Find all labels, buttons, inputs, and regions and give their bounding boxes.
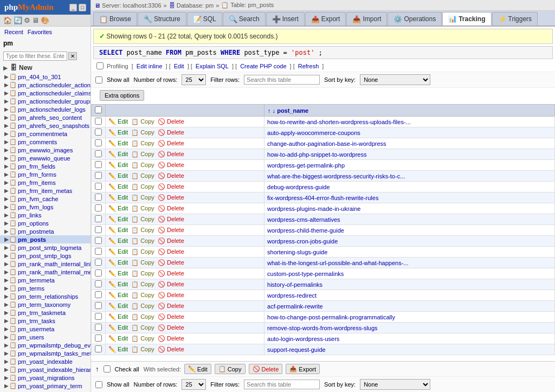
bottom-copy-btn[interactable]: 📋 Copy bbox=[215, 364, 246, 374]
sidebar-table-item[interactable]: ▶ 📋 pm_ahrefs_seo_content bbox=[0, 113, 91, 121]
bottom-filter-rows-input[interactable] bbox=[244, 380, 320, 389]
sidebar-table-item[interactable]: ▶ 📋 pm_yoast_indexable bbox=[0, 357, 91, 365]
minimize-btn[interactable]: _ bbox=[69, 4, 77, 11]
profiling-checkbox[interactable] bbox=[96, 62, 104, 69]
sidebar-table-item[interactable]: ▶ 📋 pm_post_smtp_logmeta bbox=[0, 243, 91, 252]
settings-icon[interactable]: ⚙ bbox=[24, 16, 30, 24]
row-edit-link[interactable]: ✏️ Edit bbox=[108, 118, 128, 125]
row-delete-link[interactable]: 🚫 Delete bbox=[158, 346, 184, 352]
tab-export[interactable]: 📤 Export bbox=[305, 12, 346, 25]
sidebar-table-item[interactable]: ▶ 📋 pm_commentmeta bbox=[0, 130, 91, 138]
sort-by-select[interactable]: None bbox=[360, 74, 430, 85]
row-delete-link[interactable]: 🚫 Delete bbox=[158, 129, 184, 136]
sidebar-table-item[interactable]: ▶ 📋 pm_404_to_301 bbox=[0, 73, 91, 81]
row-copy-link[interactable]: 📋 Copy bbox=[131, 303, 154, 309]
row-delete-link[interactable]: 🚫 Delete bbox=[158, 183, 184, 190]
row-checkbox[interactable] bbox=[95, 248, 102, 255]
row-checkbox[interactable] bbox=[95, 237, 102, 244]
row-edit-link[interactable]: ✏️ Edit bbox=[108, 172, 128, 179]
sidebar-table-item[interactable]: ▶ 📋 pm_trm_tasks bbox=[0, 317, 91, 325]
edit-link[interactable]: Edit bbox=[174, 63, 184, 69]
row-copy-link[interactable]: 📋 Copy bbox=[131, 172, 154, 179]
row-delete-link[interactable]: 🚫 Delete bbox=[158, 151, 184, 157]
row-delete-link[interactable]: 🚫 Delete bbox=[158, 303, 184, 309]
row-edit-link[interactable]: ✏️ Edit bbox=[108, 216, 128, 222]
sort-desc-icon[interactable]: ↓ bbox=[273, 107, 276, 114]
show-all-checkbox[interactable] bbox=[95, 76, 102, 83]
row-copy-link[interactable]: 📋 Copy bbox=[131, 216, 154, 222]
sidebar-table-item[interactable]: ▶ 📋 pm_trm_taskmeta bbox=[0, 309, 91, 317]
new-table-item[interactable]: ▶ 🗄 New bbox=[0, 63, 91, 73]
sidebar-table-item[interactable]: ▶ 📋 pm_frm_forms bbox=[0, 170, 91, 178]
row-edit-link[interactable]: ✏️ Edit bbox=[108, 140, 128, 146]
explain-sql-link[interactable]: Explain SQL bbox=[196, 63, 229, 69]
row-delete-link[interactable]: 🚫 Delete bbox=[158, 162, 184, 168]
create-php-link[interactable]: Create PHP code bbox=[240, 63, 286, 69]
tab-search[interactable]: 🔍 Search bbox=[223, 12, 266, 25]
row-checkbox[interactable] bbox=[95, 118, 102, 125]
sidebar-table-item[interactable]: ▶ 📋 pm_ewwwio_images bbox=[0, 146, 91, 154]
bottom-num-rows-select[interactable]: 25 50 100 bbox=[182, 379, 206, 390]
row-edit-link[interactable]: ✏️ Edit bbox=[108, 183, 128, 190]
favorites-link[interactable]: Favorites bbox=[28, 29, 52, 35]
sidebar-table-item[interactable]: ▶ 📋 pm_yoast_indexable_hierarchy bbox=[0, 365, 91, 374]
row-copy-link[interactable]: 📋 Copy bbox=[131, 129, 154, 136]
row-checkbox[interactable] bbox=[95, 335, 102, 342]
row-checkbox[interactable] bbox=[95, 302, 102, 309]
row-copy-link[interactable]: 📋 Copy bbox=[131, 248, 154, 255]
sidebar-table-item[interactable]: ▶ 📋 pm_fvm_logs bbox=[0, 203, 91, 211]
row-copy-link[interactable]: 📋 Copy bbox=[131, 183, 154, 190]
sidebar-table-item[interactable]: ▶ 📋 pm_users bbox=[0, 333, 91, 341]
row-delete-link[interactable]: 🚫 Delete bbox=[158, 172, 184, 179]
row-delete-link[interactable]: 🚫 Delete bbox=[158, 248, 184, 255]
refresh-icon[interactable]: 🔄 bbox=[14, 16, 22, 24]
row-copy-link[interactable]: 📋 Copy bbox=[131, 270, 154, 277]
row-edit-link[interactable]: ✏️ Edit bbox=[108, 346, 128, 352]
sidebar-table-item[interactable]: ▶ 📋 pm_yoast_migrations bbox=[0, 374, 91, 382]
bottom-delete-btn[interactable]: 🚫 Delete bbox=[249, 364, 283, 374]
console-icon[interactable]: 🖥 bbox=[32, 16, 39, 24]
sidebar-table-item[interactable]: ▶ 📋 pm_actionscheduler_claims bbox=[0, 89, 91, 97]
select-all-checkbox[interactable] bbox=[95, 106, 102, 113]
row-checkbox[interactable] bbox=[95, 324, 102, 331]
tab-insert[interactable]: ➕ Insert bbox=[266, 12, 305, 25]
row-checkbox[interactable] bbox=[95, 150, 102, 157]
row-copy-link[interactable]: 📋 Copy bbox=[131, 151, 154, 157]
sidebar-table-item[interactable]: ▶ 📋 pm_actionscheduler_groups bbox=[0, 97, 91, 105]
row-copy-link[interactable]: 📋 Copy bbox=[131, 324, 154, 331]
col-post-name-link[interactable]: post_name bbox=[277, 107, 308, 114]
edit-inline-link[interactable]: Edit inline bbox=[137, 63, 163, 69]
sidebar-table-item[interactable]: ▶ 📋 pm_terms bbox=[0, 284, 91, 292]
row-delete-link[interactable]: 🚫 Delete bbox=[158, 281, 184, 287]
row-edit-link[interactable]: ✏️ Edit bbox=[108, 237, 128, 244]
row-edit-link[interactable]: ✏️ Edit bbox=[108, 248, 128, 255]
row-delete-link[interactable]: 🚫 Delete bbox=[158, 324, 184, 331]
row-edit-link[interactable]: ✏️ Edit bbox=[108, 335, 128, 342]
row-checkbox[interactable] bbox=[95, 194, 102, 201]
row-delete-link[interactable]: 🚫 Delete bbox=[158, 194, 184, 201]
row-edit-link[interactable]: ✏️ Edit bbox=[108, 281, 128, 287]
tab-sql[interactable]: 📝 SQL bbox=[187, 12, 222, 25]
row-copy-link[interactable]: 📋 Copy bbox=[131, 346, 154, 352]
sidebar-table-item[interactable]: ▶ 📋 pm_comments bbox=[0, 138, 91, 146]
row-edit-link[interactable]: ✏️ Edit bbox=[108, 259, 128, 266]
row-checkbox[interactable] bbox=[95, 226, 102, 233]
row-edit-link[interactable]: ✏️ Edit bbox=[108, 324, 128, 331]
sidebar-table-item[interactable]: ▶ 📋 pm_options bbox=[0, 219, 91, 227]
bottom-export-btn[interactable]: 📤 Export bbox=[286, 364, 320, 374]
sidebar-table-item[interactable]: ▶ 📋 pm_actionscheduler_actions bbox=[0, 81, 91, 89]
sidebar-table-item[interactable]: ▶ 📋 pm_post_smtp_logs bbox=[0, 252, 91, 260]
row-checkbox[interactable] bbox=[95, 313, 102, 320]
row-delete-link[interactable]: 🚫 Delete bbox=[158, 118, 184, 125]
sidebar-table-item[interactable]: ▶ 📋 pm_yoast_primary_term bbox=[0, 382, 91, 390]
row-edit-link[interactable]: ✏️ Edit bbox=[108, 270, 128, 277]
row-checkbox[interactable] bbox=[95, 128, 102, 136]
row-delete-link[interactable]: 🚫 Delete bbox=[158, 313, 184, 320]
row-checkbox[interactable] bbox=[95, 280, 102, 287]
sidebar-table-item[interactable]: ▶ 📋 pm_posts bbox=[0, 235, 91, 243]
sidebar-table-item[interactable]: ▶ 📋 pm_ahrefs_seo_snapshots bbox=[0, 121, 91, 130]
sidebar-table-item[interactable]: ▶ 📋 pm_postmeta bbox=[0, 227, 91, 235]
row-copy-link[interactable]: 📋 Copy bbox=[131, 335, 154, 342]
row-copy-link[interactable]: 📋 Copy bbox=[131, 237, 154, 244]
row-delete-link[interactable]: 🚫 Delete bbox=[158, 216, 184, 222]
